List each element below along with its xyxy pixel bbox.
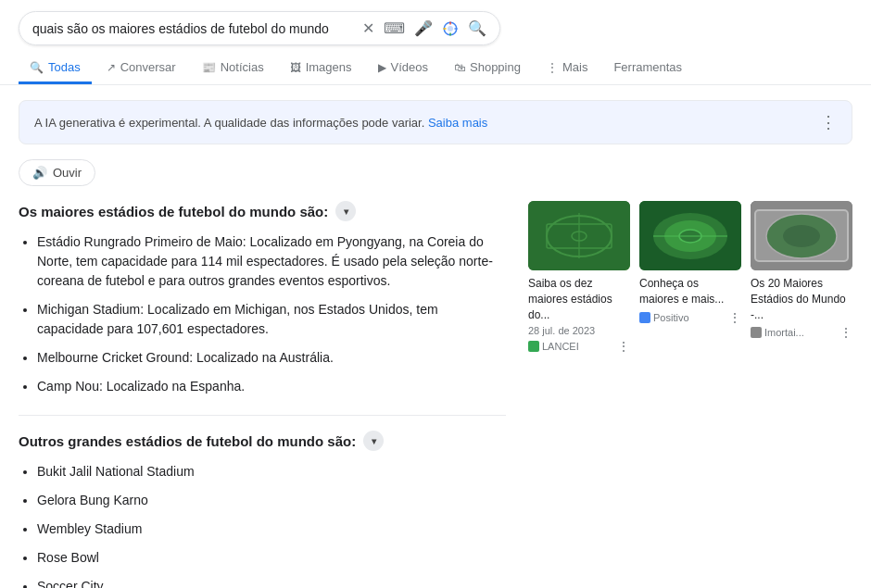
tab-images-label: Imagens bbox=[306, 60, 352, 74]
list-item: Wembley Stadium bbox=[37, 519, 506, 539]
more-icon: ⋮ bbox=[547, 61, 558, 74]
lens-icon[interactable] bbox=[442, 20, 459, 37]
tab-all[interactable]: 🔍 Todas bbox=[19, 53, 92, 84]
tab-shopping[interactable]: 🛍 Shopping bbox=[443, 53, 532, 84]
tab-more-label: Mais bbox=[562, 60, 587, 74]
search-box: ✕ ⌨ 🎤 🔍 bbox=[19, 11, 500, 45]
section-1-title: Os maiores estádios de futebol do mundo … bbox=[19, 204, 328, 219]
result-card-1[interactable]: Saiba os dez maiores estádios do... 28 j… bbox=[528, 201, 630, 354]
result-card-1-title: Saiba os dez maiores estádios do... bbox=[528, 276, 630, 322]
list-item: Gelora Bung Karno bbox=[37, 491, 506, 510]
microphone-icon[interactable]: 🎤 bbox=[414, 19, 433, 37]
shopping-icon: 🛍 bbox=[454, 61, 465, 74]
keyboard-icon[interactable]: ⌨ bbox=[384, 19, 405, 37]
left-panel: Os maiores estádios de futebol do mundo … bbox=[19, 201, 506, 588]
source-dot-1 bbox=[528, 341, 539, 352]
svg-rect-2 bbox=[449, 21, 451, 24]
source-dot-3 bbox=[751, 327, 762, 338]
ai-learn-more-link[interactable]: Saiba mais bbox=[428, 116, 487, 130]
svg-rect-4 bbox=[444, 28, 447, 30]
result-card-2[interactable]: Conheça os maiores e mais... Positivo ⋮ bbox=[639, 201, 741, 354]
result-card-3[interactable]: Os 20 Maiores Estádios do Mundo -... Imo… bbox=[751, 201, 852, 354]
list-item: Michigan Stadium: Localizado em Michigan… bbox=[37, 300, 506, 339]
section-divider bbox=[19, 415, 506, 416]
other-stadiums-list: Bukit Jalil National Stadium Gelora Bung… bbox=[19, 462, 506, 588]
tab-news[interactable]: 📰 Notícias bbox=[191, 53, 275, 84]
converse-icon: ↗ bbox=[107, 61, 116, 74]
tab-videos-label: Vídeos bbox=[391, 60, 428, 74]
tab-tools-label: Ferramentas bbox=[613, 60, 682, 74]
search-input[interactable] bbox=[32, 21, 355, 36]
svg-point-21 bbox=[783, 225, 820, 247]
result-card-2-source: Positivo ⋮ bbox=[639, 310, 741, 325]
result-card-3-source: Imortai... ⋮ bbox=[751, 325, 852, 340]
list-item: Estádio Rungrado Primeiro de Maio: Local… bbox=[37, 232, 506, 291]
tab-more[interactable]: ⋮ Mais bbox=[536, 53, 599, 84]
list-item: Melbourne Cricket Ground: Localizado na … bbox=[37, 348, 506, 368]
source-name-2: Positivo bbox=[639, 312, 689, 323]
right-panel: Saiba os dez maiores estádios do... 28 j… bbox=[528, 201, 852, 354]
ai-banner-options-icon[interactable]: ⋮ bbox=[820, 112, 837, 132]
videos-icon: ▶ bbox=[378, 61, 386, 74]
content-layout: Os maiores estádios de futebol do mundo … bbox=[19, 201, 852, 588]
result-card-1-date: 28 jul. de 2023 bbox=[528, 325, 630, 336]
result-card-2-title: Conheça os maiores e mais... bbox=[639, 276, 741, 307]
source-name-3: Imortai... bbox=[751, 327, 804, 338]
result-card-3-image bbox=[751, 201, 852, 270]
clear-icon[interactable]: ✕ bbox=[362, 19, 374, 37]
section-heading-2: Outros grandes estádios de futebol do mu… bbox=[19, 431, 506, 451]
list-item: Soccer City bbox=[37, 577, 506, 588]
search-bar-area: ✕ ⌨ 🎤 🔍 bbox=[0, 0, 871, 45]
listen-label: Ouvir bbox=[53, 166, 82, 180]
speaker-icon: 🔊 bbox=[32, 166, 47, 180]
list-item: Camp Nou: Localizado na Espanha. bbox=[37, 377, 506, 396]
tab-videos[interactable]: ▶ Vídeos bbox=[367, 53, 439, 84]
svg-rect-5 bbox=[455, 28, 458, 30]
expand-section-1-icon[interactable]: ▾ bbox=[335, 201, 356, 221]
svg-point-1 bbox=[448, 26, 453, 31]
source-options-2[interactable]: ⋮ bbox=[728, 310, 741, 325]
main-stadiums-list: Estádio Rungrado Primeiro de Maio: Local… bbox=[19, 232, 506, 396]
result-card-1-source: LANCEI ⋮ bbox=[528, 339, 630, 354]
source-name-1: LANCEI bbox=[528, 341, 579, 352]
section-2-title: Outros grandes estádios de futebol do mu… bbox=[19, 433, 356, 449]
svg-rect-3 bbox=[449, 32, 451, 35]
section-heading-1: Os maiores estádios de futebol do mundo … bbox=[19, 201, 506, 221]
search-icons: ✕ ⌨ 🎤 🔍 bbox=[362, 19, 486, 37]
tab-shopping-label: Shopping bbox=[470, 60, 521, 74]
ai-banner-text: A IA generativa é experimental. A qualid… bbox=[34, 116, 487, 130]
tab-news-label: Notícias bbox=[221, 60, 264, 74]
list-item: Rose Bowl bbox=[37, 548, 506, 568]
svg-rect-11 bbox=[528, 201, 630, 270]
tab-all-label: Todas bbox=[48, 60, 81, 74]
search-button[interactable]: 🔍 bbox=[468, 19, 486, 37]
nav-tabs: 🔍 Todas ↗ Conversar 📰 Notícias 🖼 Imagens… bbox=[0, 45, 871, 85]
result-card-2-image bbox=[639, 201, 741, 270]
all-icon: 🔍 bbox=[30, 61, 44, 74]
tab-converse-label: Conversar bbox=[120, 60, 176, 74]
source-options-3[interactable]: ⋮ bbox=[839, 325, 852, 340]
images-icon: 🖼 bbox=[290, 61, 301, 74]
list-item: Bukit Jalil National Stadium bbox=[37, 462, 506, 482]
tab-converse[interactable]: ↗ Conversar bbox=[95, 53, 187, 84]
main-content: A IA generativa é experimental. A qualid… bbox=[0, 85, 871, 588]
ai-banner: A IA generativa é experimental. A qualid… bbox=[19, 100, 852, 144]
news-icon: 📰 bbox=[202, 61, 216, 74]
tab-tools[interactable]: Ferramentas bbox=[602, 53, 693, 84]
source-dot-2 bbox=[639, 312, 650, 323]
result-card-1-image bbox=[528, 201, 630, 270]
source-options-1[interactable]: ⋮ bbox=[617, 339, 630, 354]
result-card-3-title: Os 20 Maiores Estádios do Mundo -... bbox=[751, 276, 852, 322]
tab-images[interactable]: 🖼 Imagens bbox=[279, 53, 363, 84]
listen-button[interactable]: 🔊 Ouvir bbox=[19, 159, 95, 186]
expand-section-2-icon[interactable]: ▾ bbox=[363, 431, 384, 451]
